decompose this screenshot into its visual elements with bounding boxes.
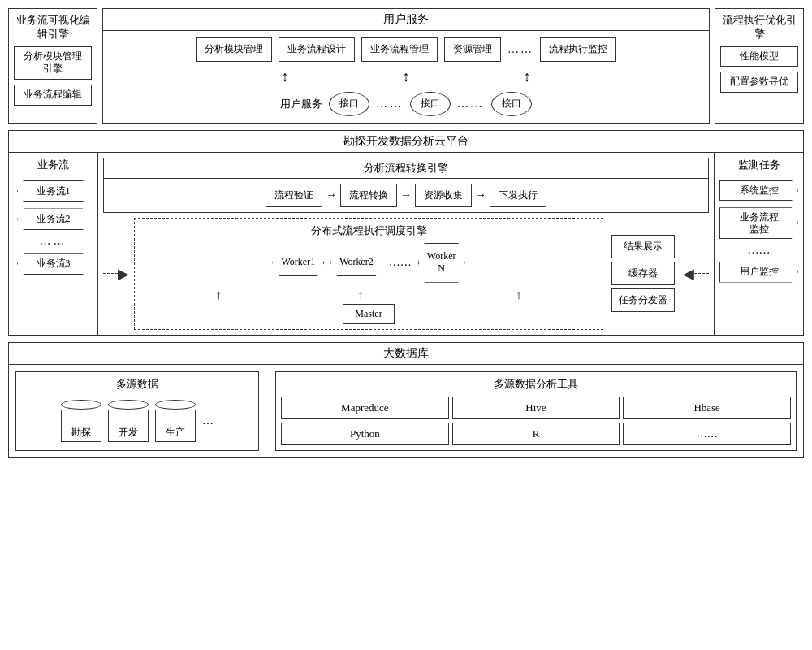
middle-section-cloud: 勘探开发数据分析云平台 业务流 业务流1 业务流2 …… 业务流3 分析流程转换… — [8, 130, 804, 336]
result-cache: 缓存器 — [611, 262, 675, 285]
tool-python: Python — [281, 422, 449, 445]
master-row: Master — [140, 304, 598, 324]
middle-right-monitor: 监测任务 系统监控 业务流程监控 …… 用户监控 — [714, 153, 803, 335]
tool-mapreduce: Mapreduce — [281, 396, 449, 419]
main-container: 业务流可视化编辑引擎 分析模块管理引擎 业务流程编辑 用户服务 分析模块管理 业… — [8, 8, 804, 458]
distributed-title: 分布式流程执行调度引擎 — [140, 223, 598, 238]
tool-hbase: Hbase — [623, 396, 791, 419]
service-box-5: 流程执行监控 — [540, 37, 616, 62]
arrow-down-3: ↕ — [524, 68, 531, 85]
bottom-left-multidata: 多源数据 勘探 开发 生产 … — [15, 371, 259, 451]
step-collect: 资源收集 — [415, 184, 472, 207]
flow-dots: …… — [14, 235, 93, 248]
arrow-up-w1: ↑ — [215, 288, 222, 302]
worker2: Worker2 — [330, 249, 382, 276]
arrow-up-w2: ↑ — [357, 288, 364, 302]
step-dispatch: 下发执行 — [490, 184, 546, 207]
cylinder-body-3: 生产 — [155, 410, 196, 442]
workers-row: Worker1 Worker2 …… WorkerN — [140, 243, 598, 283]
middle-title: 勘探开发数据分析云平台 — [9, 131, 803, 153]
monitor-item-1: 系统监控 — [719, 180, 798, 202]
interface-ellipse-1: 接口 — [329, 92, 369, 116]
cylinder-body-1: 勘探 — [61, 410, 102, 442]
bottom-section-bigdata: 大数据库 多源数据 勘探 开发 生产 — [8, 342, 804, 458]
center-top-body: 分析模块管理 业务流程设计 业务流程管理 资源管理 …… 流程执行监控 ↕ ↕ — [103, 31, 709, 123]
bottom-right-title: 多源数据分析工具 — [281, 377, 791, 392]
workerN: WorkerN — [418, 243, 465, 283]
monitor-dots: …… — [719, 244, 798, 257]
service-boxes-row: 分析模块管理 业务流程设计 业务流程管理 资源管理 …… 流程执行监控 — [196, 37, 616, 62]
bottom-title: 大数据库 — [9, 343, 803, 365]
tools-grid: Mapreduce Hive Hbase Python R …… — [281, 396, 791, 445]
flow-item-2: 业务流2 — [17, 208, 89, 230]
center-top-user-service: 用户服务 分析模块管理 业务流程设计 业务流程管理 资源管理 …… 流程执行监控… — [102, 8, 710, 124]
flow-item-3: 业务流3 — [17, 253, 89, 275]
left-panel-title: 业务流可视化编辑引擎 — [14, 14, 92, 41]
result-display: 结果展示 — [611, 235, 675, 258]
top-section: 业务流可视化编辑引擎 分析模块管理引擎 业务流程编辑 用户服务 分析模块管理 业… — [8, 8, 804, 124]
step-verify: 流程验证 — [266, 184, 322, 207]
interface-dots2: …… — [457, 98, 485, 110]
data-cylinders: 勘探 开发 生产 … — [21, 396, 253, 445]
interface-ellipse-2: 接口 — [410, 92, 451, 116]
workers-dots: …… — [389, 256, 412, 269]
left-panel-visualization: 业务流可视化编辑引擎 分析模块管理引擎 业务流程编辑 — [8, 8, 97, 124]
middle-left-title: 业务流 — [14, 158, 93, 172]
bottom-right-tools: 多源数据分析工具 Mapreduce Hive Hbase Python R …… — [275, 371, 797, 451]
step-arrow-2: → — [400, 188, 412, 202]
middle-right-title: 监测任务 — [719, 158, 798, 172]
service-box-4: 资源管理 — [444, 37, 501, 62]
left-panel-box1: 分析模块管理引擎 — [14, 46, 92, 80]
step-arrow-3: → — [475, 188, 486, 202]
service-box-3: 业务流程管理 — [361, 37, 438, 62]
interface-dots: …… — [376, 98, 404, 110]
cylinder-production: 生产 — [155, 400, 196, 442]
cylinder-dots: … — [202, 414, 214, 427]
result-dispatcher: 任务分发器 — [611, 288, 675, 312]
service-box-2: 业务流程设计 — [279, 37, 355, 62]
dashed-right-arrow: ◀ — [683, 218, 709, 330]
service-box-1: 分析模块管理 — [196, 37, 272, 62]
analysis-engine-title: 分析流程转换引擎 — [104, 158, 708, 179]
tool-r: R — [452, 422, 620, 445]
results-panel: 结果展示 缓存器 任务分发器 — [608, 218, 678, 330]
tool-dots: …… — [623, 422, 791, 445]
right-panel-optimization: 流程执行优化引擎 性能模型 配置参数寻优 — [715, 8, 804, 124]
tool-hive: Hive — [452, 396, 620, 419]
bottom-left-title: 多源数据 — [21, 377, 253, 392]
user-service-label: 用户服务 — [280, 97, 322, 111]
cylinder-body-2: 开发 — [108, 410, 149, 442]
dashed-left-arrow: ▶ — [103, 218, 129, 330]
bottom-body: 多源数据 勘探 开发 生产 … — [9, 365, 803, 457]
arrow-down-1: ↕ — [282, 68, 289, 85]
right-panel-box1: 性能模型 — [720, 46, 798, 67]
step-convert: 流程转换 — [340, 184, 397, 207]
arrow-down-2: ↕ — [403, 68, 410, 85]
analysis-steps: 流程验证 → 流程转换 → 资源收集 → 下发执行 — [104, 179, 708, 212]
service-dots: …… — [508, 43, 533, 56]
arrow-up-wN: ↑ — [516, 288, 522, 302]
monitor-item-2: 业务流程监控 — [719, 207, 798, 239]
right-panel-box2: 配置参数寻优 — [720, 72, 798, 93]
worker1: Worker1 — [272, 249, 324, 276]
analysis-engine-box: 分析流程转换引擎 流程验证 → 流程转换 → 资源收集 → 下发执行 — [103, 158, 709, 213]
center-top-title: 用户服务 — [103, 9, 709, 31]
cylinder-exploration: 勘探 — [61, 400, 102, 442]
cylinder-top-2 — [108, 400, 149, 410]
distribute-results-row: ▶ 分布式流程执行调度引擎 Worker1 Worker2 …… WorkerN — [103, 218, 709, 330]
interface-ellipse-3: 接口 — [491, 92, 532, 116]
monitor-item-3: 用户监控 — [719, 262, 798, 283]
flow-item-1: 业务流1 — [17, 180, 89, 202]
cylinder-development: 开发 — [108, 400, 149, 442]
left-panel-box2: 业务流程编辑 — [14, 84, 92, 106]
step-arrow-1: → — [326, 188, 337, 202]
middle-body: 业务流 业务流1 业务流2 …… 业务流3 分析流程转换引擎 流程验证 → 流程… — [9, 153, 803, 335]
middle-left-workflow: 业务流 业务流1 业务流2 …… 业务流3 — [9, 153, 98, 335]
middle-center: 分析流程转换引擎 流程验证 → 流程转换 → 资源收集 → 下发执行 — [98, 153, 714, 335]
cylinder-top-1 — [61, 400, 102, 410]
distributed-box: 分布式流程执行调度引擎 Worker1 Worker2 …… WorkerN ↑… — [134, 218, 603, 330]
cylinder-top-3 — [155, 400, 196, 410]
right-panel-title: 流程执行优化引擎 — [720, 14, 798, 41]
master-box: Master — [343, 304, 394, 324]
